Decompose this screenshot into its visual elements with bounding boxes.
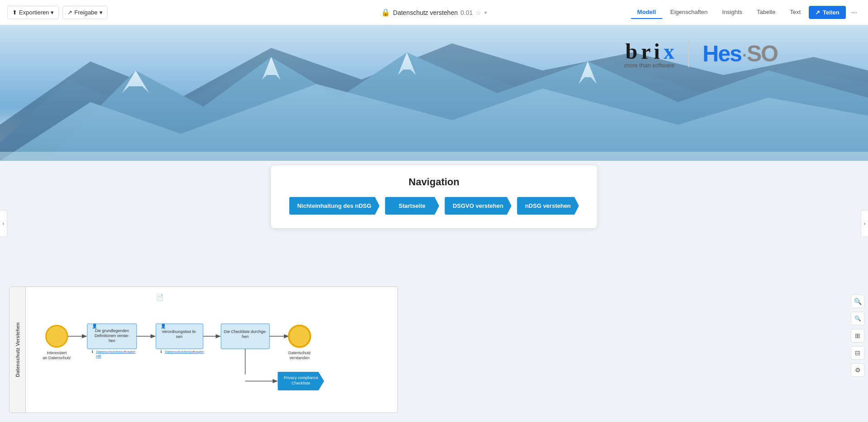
- title-chevron-icon[interactable]: ▾: [484, 9, 487, 16]
- share-button[interactable]: ↗ Teilen: [809, 6, 846, 19]
- left-panel-toggle[interactable]: ‹: [0, 210, 7, 237]
- share-view-chevron-icon: ▾: [99, 9, 103, 16]
- logos-container: b r i x more than software Hes·SO: [624, 39, 778, 69]
- bpmn-diagram: Datenschutz Verstehen 📄 Interessiert an …: [9, 286, 398, 413]
- svg-text:ℹ: ℹ: [92, 350, 93, 354]
- doc-icon: 📄: [156, 294, 164, 301]
- nav-btn-nichteinhaltung[interactable]: Nichteinhaltung des nDSG: [289, 197, 379, 215]
- right-panel-toggle[interactable]: ›: [861, 210, 868, 237]
- tab-modell[interactable]: Modell: [631, 6, 662, 19]
- share-view-label: Freigabe: [74, 9, 97, 16]
- share-icon: ↗: [815, 9, 820, 16]
- bpmn-svg: 📄 Interessiert an Datenschutz 👤 Die grun…: [26, 287, 397, 413]
- export-chevron-icon: ▾: [51, 9, 54, 16]
- logo-divider: [688, 40, 689, 67]
- svg-text:ℹ: ℹ: [160, 350, 162, 354]
- svg-text:Definitionen verste-: Definitionen verste-: [94, 333, 129, 338]
- svg-rect-8: [0, 152, 868, 161]
- grid-icon: ⊞: [855, 332, 860, 339]
- start-event[interactable]: [46, 325, 68, 347]
- topbar-right: Modell Eigenschaften Insights Tabelle Te…: [631, 6, 861, 19]
- export-icon: ⬆: [12, 9, 17, 16]
- tab-eigenschaften[interactable]: Eigenschaften: [664, 6, 714, 19]
- svg-text:an Datenschutz: an Datenschutz: [42, 356, 71, 360]
- share-view-button[interactable]: ↗ Freigabe ▾: [62, 6, 107, 19]
- lane-label: Datenschutz Verstehen: [9, 287, 26, 413]
- minimap-button[interactable]: ⊟: [851, 346, 864, 360]
- tab-insights[interactable]: Insights: [716, 6, 749, 19]
- svg-text:Die grundlegenden: Die grundlegenden: [95, 328, 129, 333]
- end-event[interactable]: [289, 325, 311, 347]
- minimap-icon: ⊟: [855, 349, 860, 356]
- hesso-logo: Hes·SO: [703, 41, 778, 67]
- hero-banner: b r i x more than software Hes·SO: [0, 25, 868, 161]
- export-label: Exportieren: [19, 9, 49, 16]
- svg-text:hen: hen: [242, 334, 249, 339]
- zoom-out-button[interactable]: 🔍: [851, 312, 864, 325]
- svg-text:Verordnungstext le-: Verordnungstext le-: [162, 329, 197, 334]
- topbar: ⬆ Exportieren ▾ ↗ Freigabe ▾ 🔒 Datenschu…: [0, 0, 868, 25]
- nav-btn-dsgvo[interactable]: DSGVO verstehen: [444, 197, 511, 215]
- task2-role: Datenschutzbeauftragter: [165, 350, 204, 354]
- right-tools: 🔍 🔍 ⊞ ⊟ ⚙: [851, 295, 864, 377]
- nav-btn-ndsg[interactable]: nDSG verstehen: [517, 197, 579, 215]
- navigation-box: Navigation Nichteinhaltung des nDSG Star…: [271, 165, 597, 228]
- version-label: 0.01: [460, 9, 472, 16]
- more-options-button[interactable]: ···: [848, 6, 861, 19]
- export-button[interactable]: ⬆ Exportieren ▾: [7, 6, 59, 19]
- svg-text:Privacy compliance: Privacy compliance: [283, 375, 318, 380]
- lane-label-text: Datenschutz Verstehen: [15, 322, 20, 377]
- svg-text:HR: HR: [96, 354, 102, 358]
- tab-text[interactable]: Text: [783, 6, 807, 19]
- topbar-left: ⬆ Exportieren ▾ ↗ Freigabe ▾: [7, 6, 108, 19]
- tab-tabelle[interactable]: Tabelle: [750, 6, 782, 19]
- main-area: ‹ ›: [0, 25, 868, 422]
- end-event-label: Datenschutz: [288, 351, 311, 355]
- share-view-icon: ↗: [67, 9, 72, 16]
- topbar-title: 🔒 Datenschutz verstehen 0.01 ☆ ▾: [381, 8, 486, 17]
- svg-text:Checkliste: Checkliste: [292, 381, 310, 385]
- share-label: Teilen: [823, 9, 840, 16]
- navigation-title: Navigation: [289, 176, 579, 188]
- start-event-label: Interessiert: [47, 351, 67, 355]
- navigation-buttons: Nichteinhaltung des nDSG Startseite DSGV…: [289, 197, 579, 215]
- nav-btn-startseite[interactable]: Startseite: [385, 197, 439, 215]
- settings-icon: ⚙: [855, 366, 861, 374]
- zoom-in-button[interactable]: 🔍: [851, 295, 864, 308]
- window-title: Datenschutz verstehen: [393, 9, 458, 16]
- grid-button[interactable]: ⊞: [851, 329, 864, 342]
- lock-icon: 🔒: [381, 8, 390, 17]
- brix-logo: b r i x more than software: [624, 39, 675, 69]
- star-icon[interactable]: ☆: [476, 9, 481, 16]
- settings-button[interactable]: ⚙: [851, 363, 864, 377]
- svg-text:Die Checkliste durchge-: Die Checkliste durchge-: [224, 329, 267, 334]
- svg-text:sen: sen: [176, 334, 182, 339]
- brix-tagline: more than software: [624, 62, 675, 69]
- zoom-in-icon: 🔍: [854, 298, 862, 305]
- svg-text:hen: hen: [108, 338, 115, 343]
- svg-text:👤: 👤: [160, 323, 166, 329]
- task1-role: Datenschutzbeauftragter: [96, 350, 136, 354]
- svg-text:verstanden: verstanden: [290, 356, 310, 360]
- zoom-out-icon: 🔍: [854, 315, 861, 322]
- brix-logo-text: b r i x: [624, 39, 675, 64]
